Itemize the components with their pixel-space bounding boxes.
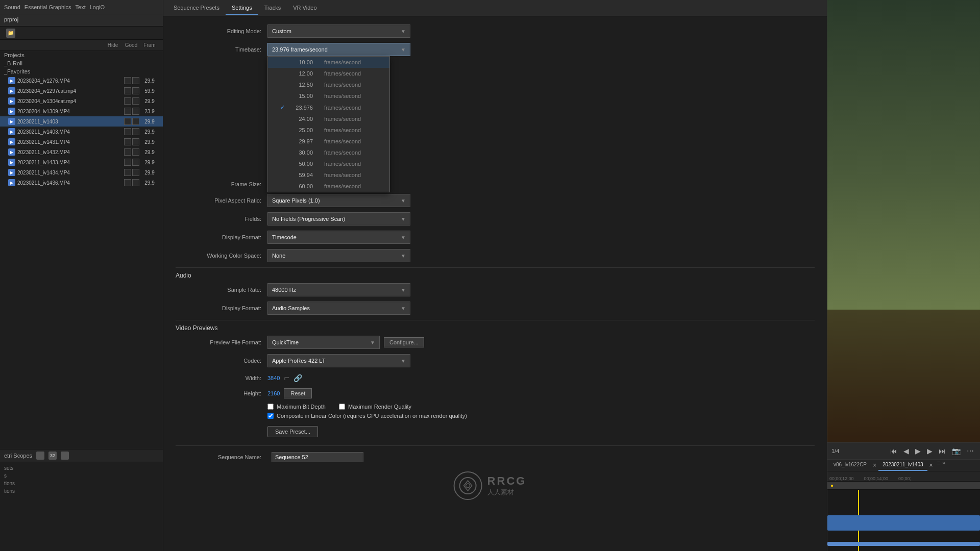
link-icon[interactable]: 🔗: [293, 374, 302, 382]
file-item[interactable]: ▶ 20230204_iv1276.MP4 29.9: [0, 76, 163, 86]
scopes-icon2[interactable]: 32: [48, 452, 57, 460]
file-good-check[interactable]: [132, 138, 139, 145]
tab-tracks[interactable]: Tracks: [258, 2, 287, 15]
file-good-check[interactable]: [132, 179, 139, 186]
menu-logio[interactable]: LogiO: [90, 4, 105, 10]
timeline-tab-seq2[interactable]: 20230211_iv1403: [878, 460, 927, 471]
close-seq2-button[interactable]: ×: [927, 460, 935, 471]
file-good-check[interactable]: [132, 87, 139, 94]
timebase-dropdown-popup: 10.00 frames/second 12.00 frames/second …: [267, 56, 390, 192]
menu-text[interactable]: Text: [76, 4, 86, 10]
transport-more[interactable]: ⋯: [965, 446, 976, 456]
file-good-check[interactable]: [132, 128, 139, 135]
timebase-dropdown[interactable]: 23.976 frames/second ▼: [267, 43, 410, 56]
fps-option-24[interactable]: 24.00 frames/second: [268, 113, 389, 124]
file-hide-check[interactable]: [124, 138, 131, 145]
display-format-dropdown[interactable]: Timecode ▼: [267, 231, 410, 244]
working-color-dropdown[interactable]: None ▼: [267, 249, 410, 262]
file-good-check[interactable]: [132, 148, 139, 156]
group-projects[interactable]: Projects: [0, 51, 163, 59]
reset-button[interactable]: Reset: [284, 388, 312, 398]
fps-option-23-976[interactable]: ✓ 23.976 frames/second: [268, 102, 389, 113]
tab-sequence-presets[interactable]: Sequence Presets: [167, 2, 226, 15]
file-item-selected[interactable]: ▶ 20230211_iv1403 29.9: [0, 116, 163, 127]
configure-button[interactable]: Configure...: [384, 337, 424, 347]
audio-display-format-dropdown[interactable]: Audio Samples ▼: [267, 302, 410, 315]
project-toolbar: 📁: [0, 27, 163, 40]
menu-essential-graphics[interactable]: Essential Graphics: [24, 4, 71, 10]
save-preset-button[interactable]: Save Preset...: [267, 426, 318, 437]
transport-forward-frame[interactable]: ▶: [925, 446, 935, 456]
file-item[interactable]: ▶ 20230211_iv1433.MP4 29.9: [0, 157, 163, 167]
fps-option-60[interactable]: 60.00 frames/second: [268, 181, 389, 192]
file-hide-check[interactable]: [124, 169, 131, 176]
editing-mode-dropdown[interactable]: Custom ▼: [267, 24, 410, 38]
max-render-quality-checkbox[interactable]: [339, 404, 345, 410]
file-good-check[interactable]: [132, 97, 139, 105]
file-hide-check[interactable]: [124, 118, 131, 125]
file-hide-check[interactable]: [124, 108, 131, 115]
pixel-aspect-dropdown[interactable]: Square Pixels (1.0) ▼: [267, 194, 410, 207]
group-favorites[interactable]: _Favorites: [0, 67, 163, 76]
file-good-check[interactable]: [132, 118, 139, 125]
fps-option-59-94[interactable]: 59.94 frames/second: [268, 169, 389, 181]
fps-option-25[interactable]: 25.00 frames/second: [268, 124, 389, 136]
scopes-icon3[interactable]: [61, 452, 69, 460]
fps-option-12[interactable]: 12.00 frames/second: [268, 68, 389, 79]
file-hide-check[interactable]: [124, 128, 131, 135]
audio-clip[interactable]: [827, 542, 980, 546]
expand-timeline-button[interactable]: ≡: [937, 460, 940, 471]
height-value[interactable]: 2160: [267, 390, 280, 396]
file-item[interactable]: ▶ 20230211_iv1434.MP4 29.9: [0, 167, 163, 178]
file-item[interactable]: ▶ 20230204_iv1309.MP4 23.9: [0, 106, 163, 116]
fps-option-12-5[interactable]: 12.50 frames/second: [268, 79, 389, 90]
fps-option-29-97[interactable]: 29.97 frames/second: [268, 136, 389, 147]
file-hide-check[interactable]: [124, 97, 131, 105]
preview-format-arrow: ▼: [370, 340, 375, 345]
sample-rate-dropdown[interactable]: 48000 Hz ▼: [267, 283, 410, 296]
composite-checkbox[interactable]: [267, 413, 274, 419]
file-item[interactable]: ▶ 20230211_iv1432.MP4 29.9: [0, 147, 163, 157]
preview-format-dropdown[interactable]: QuickTime ▼: [267, 336, 380, 349]
file-item[interactable]: ▶ 20230211_iv1403.MP4 29.9: [0, 127, 163, 137]
transport-camera[interactable]: 📷: [950, 446, 963, 456]
file-item[interactable]: ▶ 20230204_iv1304cat.mp4 29.9: [0, 96, 163, 106]
codec-dropdown[interactable]: Apple ProRes 422 LT ▼: [267, 354, 410, 367]
sequence-name-input[interactable]: [272, 452, 363, 462]
fps-option-50[interactable]: 50.00 frames/second: [268, 158, 389, 169]
menu-sound[interactable]: Sound: [4, 4, 20, 10]
file-item[interactable]: ▶ 20230211_iv1431.MP4 29.9: [0, 137, 163, 147]
file-good-check[interactable]: [132, 77, 139, 84]
tab-settings[interactable]: Settings: [226, 2, 258, 15]
fields-arrow: ▼: [401, 216, 406, 222]
close-seq1-button[interactable]: ×: [871, 460, 878, 471]
toolbar-icon[interactable]: 📁: [6, 29, 15, 38]
transport-prev[interactable]: ⏮: [888, 446, 899, 456]
bracket-icon[interactable]: ⌐: [284, 372, 289, 383]
file-hide-check[interactable]: [124, 87, 131, 94]
file-item[interactable]: ▶ 20230204_iv1297cat.mp4 59.9: [0, 86, 163, 96]
fps-option-15[interactable]: 15.00 frames/second: [268, 90, 389, 102]
file-hide-check[interactable]: [124, 179, 131, 186]
transport-back-frame[interactable]: ◀: [901, 446, 911, 456]
file-good-check[interactable]: [132, 159, 139, 166]
file-hide-check[interactable]: [124, 148, 131, 156]
file-good-check[interactable]: [132, 108, 139, 115]
file-item[interactable]: ▶ 20230211_iv1436.MP4 29.9: [0, 178, 163, 188]
transport-play[interactable]: ▶: [913, 446, 923, 456]
fps-option-30[interactable]: 30.00 frames/second: [268, 147, 389, 158]
transport-next[interactable]: ⏭: [937, 446, 948, 456]
collapse-timeline-button[interactable]: »: [942, 460, 945, 471]
width-value[interactable]: 3840: [267, 375, 280, 381]
file-good-check[interactable]: [132, 169, 139, 176]
scopes-icon1[interactable]: [36, 452, 44, 460]
fields-dropdown[interactable]: No Fields (Progressive Scan) ▼: [267, 212, 410, 226]
timeline-tab-seq1[interactable]: v06_iv1622CP: [829, 460, 871, 471]
tab-vr-video[interactable]: VR Video: [287, 2, 323, 15]
file-hide-check[interactable]: [124, 77, 131, 84]
group-broll[interactable]: _B-Roll: [0, 59, 163, 67]
max-bit-depth-checkbox[interactable]: [267, 404, 274, 410]
file-hide-check[interactable]: [124, 159, 131, 166]
timeline-clip[interactable]: [827, 515, 980, 531]
fps-option-10[interactable]: 10.00 frames/second: [268, 57, 389, 68]
